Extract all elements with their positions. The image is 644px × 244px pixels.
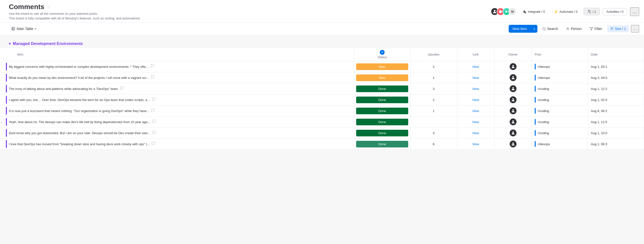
status-badge[interactable]: New xyxy=(356,64,408,70)
status-cell[interactable]: Done xyxy=(354,106,410,116)
view-link[interactable]: View xyxy=(472,142,479,146)
chevron-right-icon: › xyxy=(1,120,2,124)
svg-point-18 xyxy=(512,98,514,100)
row-color-bar xyxy=(6,85,7,93)
status-cell[interactable]: Done xyxy=(354,94,410,106)
item-cell: Yeah, how about no. The devops can make … xyxy=(0,116,354,128)
view-link[interactable]: View xyxy=(472,109,479,113)
upvotes-cell: 2 xyxy=(410,94,457,106)
post-color-bar xyxy=(535,97,536,103)
svg-point-10 xyxy=(567,28,568,29)
person-button[interactable]: Person xyxy=(563,25,584,32)
status-badge[interactable]: Done xyxy=(356,86,408,92)
link-cell[interactable]: View xyxy=(457,61,494,72)
comment-icon[interactable] xyxy=(151,108,155,113)
post-color-bar xyxy=(535,119,536,125)
main-table-button[interactable]: Main Table ▾ xyxy=(9,25,38,32)
new-item-label[interactable]: New Item xyxy=(509,25,531,33)
status-cell[interactable]: Done xyxy=(354,116,410,128)
row-text: Dont know why you got downvoted. But I a… xyxy=(9,131,150,135)
link-cell[interactable]: View xyxy=(457,94,494,106)
svg-line-9 xyxy=(545,30,546,30)
svg-point-21 xyxy=(512,132,514,133)
status-badge[interactable]: New xyxy=(356,74,408,81)
integrate-button[interactable]: 🔌 Integrate / 0 xyxy=(519,8,548,15)
post-color-bar xyxy=(535,86,536,92)
link-cell[interactable]: View xyxy=(457,138,494,150)
status-badge[interactable]: Done xyxy=(356,108,408,114)
header-more-button[interactable]: ... xyxy=(630,7,639,16)
status-cell[interactable]: Done xyxy=(354,83,410,94)
status-cell[interactable]: Done xyxy=(354,138,410,150)
table-row: Yeah, how about no. The devops can make … xyxy=(0,116,644,128)
view-link[interactable]: View xyxy=(472,65,479,68)
table-body: My biggest concerns with highly-orchestr… xyxy=(0,61,644,150)
svg-point-17 xyxy=(512,87,514,89)
date-cell: Aug 3, 04:0 xyxy=(588,72,644,83)
post-name: r/coding xyxy=(538,109,549,113)
toolbar-more-button[interactable]: ... xyxy=(631,25,639,32)
expand-sidebar-button[interactable]: › xyxy=(0,117,3,127)
row-text: I love that DevOps has moved from "break… xyxy=(9,142,150,146)
link-cell[interactable]: View xyxy=(457,116,494,128)
automate-button[interactable]: ⚡ Automate / 0 xyxy=(551,8,581,15)
view-link[interactable]: View xyxy=(472,87,479,91)
sort-indicator xyxy=(380,50,385,55)
comment-icon[interactable] xyxy=(152,120,156,124)
group-chevron-icon: ▾ xyxy=(9,41,11,46)
post-name: r/coding xyxy=(538,98,549,102)
status-cell[interactable]: New xyxy=(354,72,410,83)
link-cell[interactable]: View xyxy=(457,128,494,138)
new-item-chevron-icon[interactable]: ▾ xyxy=(531,26,538,32)
page-title: Comments xyxy=(9,3,44,11)
toolbar-left: Main Table ▾ xyxy=(9,25,38,32)
comment-icon[interactable] xyxy=(120,86,124,91)
post-color-bar xyxy=(535,130,536,136)
star-icon[interactable]: ☆ xyxy=(47,4,51,10)
status-cell[interactable]: New xyxy=(354,61,410,72)
avatar-user4[interactable]: M xyxy=(508,8,516,16)
view-link[interactable]: View xyxy=(472,76,479,80)
upvotes-cell: 1 xyxy=(410,72,457,83)
post-color-bar xyxy=(535,75,536,80)
new-item-button[interactable]: New Item ▾ xyxy=(509,25,538,33)
comment-icon[interactable] xyxy=(152,97,156,102)
upvotes-cell: 3 xyxy=(410,128,457,138)
group-header[interactable]: ▾ Managed Development Environments xyxy=(0,39,644,48)
status-badge[interactable]: Done xyxy=(356,141,408,148)
group-section: ▾ Managed Development Environments Item … xyxy=(0,36,644,150)
svg-point-2 xyxy=(588,10,589,11)
activities-button[interactable]: Activities / 0 xyxy=(603,8,627,15)
svg-point-3 xyxy=(590,10,590,12)
sort-button[interactable]: Sort / 1 xyxy=(607,25,629,32)
status-badge[interactable]: Done xyxy=(356,96,408,103)
comment-icon[interactable] xyxy=(151,75,155,80)
table-row: It is now just a buzzword that means not… xyxy=(0,106,644,116)
comment-icon[interactable] xyxy=(150,64,154,69)
link-cell[interactable]: View xyxy=(457,72,494,83)
filter-label: Filter xyxy=(594,27,602,31)
item-cell: I love that DevOps has moved from "break… xyxy=(0,138,354,150)
link-cell[interactable]: View xyxy=(457,83,494,94)
table-row: Dont know why you got downvoted. But I a… xyxy=(0,128,644,138)
owner-avatar xyxy=(510,63,516,70)
comment-icon[interactable] xyxy=(152,142,156,146)
avatars-group: M xyxy=(491,8,516,16)
comment-icon[interactable] xyxy=(152,130,156,136)
filter-button[interactable]: Filter xyxy=(586,25,605,32)
search-button[interactable]: Search xyxy=(539,25,561,32)
owner-cell xyxy=(494,128,532,138)
view-link[interactable]: View xyxy=(472,131,479,135)
view-link[interactable]: View xyxy=(472,98,479,102)
status-badge[interactable]: Done xyxy=(356,130,408,136)
owner-cell xyxy=(494,83,532,94)
status-badge[interactable]: Done xyxy=(356,119,408,125)
upvotes-cell: 3 xyxy=(410,83,457,94)
item-cell: My biggest concerns with highly-orchestr… xyxy=(0,61,354,72)
link-cell[interactable]: View xyxy=(457,106,494,116)
post-name: r/devops xyxy=(538,142,550,146)
post-cell: r/coding xyxy=(532,94,588,106)
members-button[interactable]: / 1 xyxy=(584,8,600,15)
view-link[interactable]: View xyxy=(472,120,479,124)
status-cell[interactable]: Done xyxy=(354,128,410,138)
